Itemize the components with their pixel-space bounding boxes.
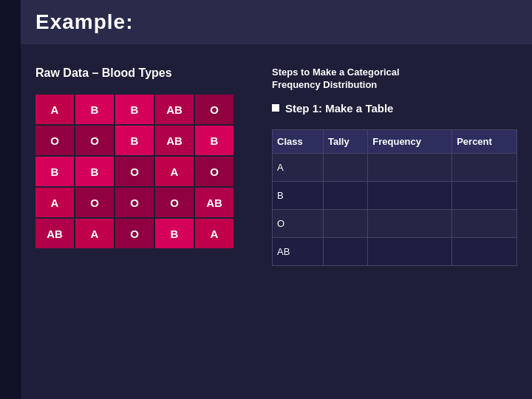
class-cell: B <box>273 181 324 209</box>
frequency-cell <box>368 237 452 265</box>
tally-cell <box>324 237 368 265</box>
sidebar-strip <box>0 0 21 399</box>
blood-types-grid: ABBABOOOBABBBBOAOAOOOABABAOBA <box>35 95 257 248</box>
blood-cell: O <box>115 188 154 217</box>
blood-cell: B <box>35 157 74 186</box>
blood-cell: A <box>195 219 233 248</box>
table-header: ClassTallyFrequencyPercent <box>273 129 517 153</box>
frequency-cell <box>368 181 452 209</box>
step1-label: Step 1: Make a Table <box>285 102 393 115</box>
percent-cell <box>452 237 517 265</box>
column-header: Percent <box>452 129 517 153</box>
blood-cell: B <box>75 157 114 186</box>
blood-cell: O <box>35 126 74 155</box>
steps-section: Steps to Make a Categorical Frequency Di… <box>272 66 517 384</box>
tally-cell <box>324 181 368 209</box>
blood-cell: A <box>155 157 194 186</box>
column-header: Tally <box>324 129 368 153</box>
blood-cell: B <box>195 126 233 155</box>
page-title: Example: <box>35 10 134 34</box>
main-content: Raw Data – Blood Types ABBABOOOBABBBBOAO… <box>21 44 532 399</box>
header: Example: <box>21 0 532 44</box>
raw-data-title: Raw Data – Blood Types <box>35 66 257 80</box>
percent-cell <box>452 209 517 237</box>
blood-cell: AB <box>155 126 194 155</box>
table-row: B <box>273 181 517 209</box>
table-body: ABOAB <box>273 153 517 265</box>
header-row: ClassTallyFrequencyPercent <box>273 129 517 153</box>
blood-cell: O <box>155 188 194 217</box>
table-row: O <box>273 209 517 237</box>
percent-cell <box>452 181 517 209</box>
table-row: AB <box>273 237 517 265</box>
tally-cell <box>324 153 368 181</box>
step1-bullet: Step 1: Make a Table <box>272 102 517 115</box>
tally-cell <box>324 209 368 237</box>
column-header: Frequency <box>368 129 452 153</box>
table-row: A <box>273 153 517 181</box>
bullet-icon <box>272 104 279 112</box>
blood-cell: O <box>195 95 233 124</box>
blood-cell: A <box>35 188 74 217</box>
blood-cell: O <box>115 219 154 248</box>
blood-cell: AB <box>155 95 194 124</box>
frequency-cell <box>368 209 452 237</box>
blood-cell: B <box>75 95 114 124</box>
blood-cell: O <box>75 126 114 155</box>
blood-cell: AB <box>195 188 233 217</box>
blood-cell: O <box>195 157 233 186</box>
percent-cell <box>452 153 517 181</box>
blood-cell: A <box>75 219 114 248</box>
blood-cell: O <box>75 188 114 217</box>
column-header: Class <box>273 129 324 153</box>
raw-data-section: Raw Data – Blood Types ABBABOOOBABBBBOAO… <box>35 66 257 384</box>
frequency-table: ClassTallyFrequencyPercent ABOAB <box>272 129 517 266</box>
class-cell: A <box>273 153 324 181</box>
class-cell: AB <box>273 237 324 265</box>
blood-cell: AB <box>35 219 74 248</box>
frequency-cell <box>368 153 452 181</box>
steps-title: Steps to Make a Categorical Frequency Di… <box>272 66 517 92</box>
blood-cell: B <box>155 219 194 248</box>
blood-cell: B <box>115 126 154 155</box>
class-cell: O <box>273 209 324 237</box>
blood-cell: O <box>115 157 154 186</box>
blood-cell: A <box>35 95 74 124</box>
blood-cell: B <box>115 95 154 124</box>
